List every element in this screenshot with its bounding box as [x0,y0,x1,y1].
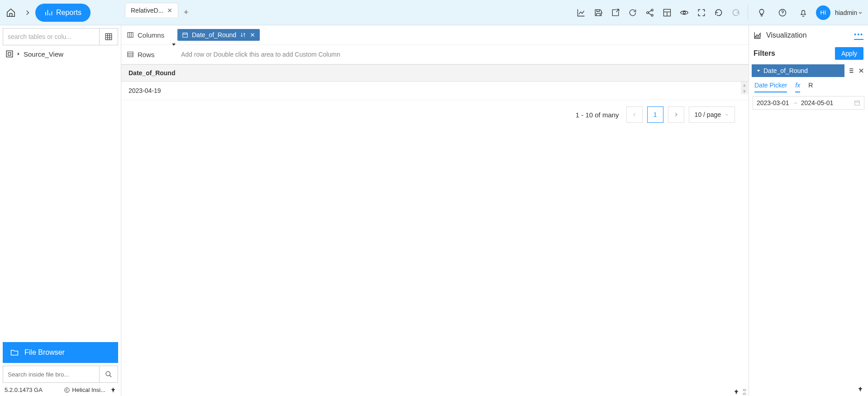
calendar-icon [182,32,188,38]
svg-point-10 [65,387,70,392]
copyright-label: Helical Insi... [72,386,105,393]
filter-tabs: Date Picker fx R [752,77,865,92]
rows-icon [127,51,134,58]
page-info: 1 - 10 of many [576,111,619,119]
save-icon[interactable] [590,5,606,21]
date-to: 2024-05-01 [801,99,834,106]
export-icon[interactable] [607,5,624,21]
prev-page-button[interactable] [626,106,643,123]
pin-icon[interactable] [857,386,863,392]
close-icon[interactable] [167,8,172,13]
tab-r[interactable]: R [808,82,813,92]
pin-icon[interactable] [733,389,739,395]
share-icon[interactable] [642,5,658,21]
file-browser-button[interactable]: File Browser [3,342,118,363]
undo-icon[interactable] [711,5,727,21]
reports-label: Reports [56,9,81,17]
svg-rect-12 [183,33,188,37]
svg-rect-7 [6,51,13,57]
date-range-input[interactable]: 2023-03-01 → 2024-05-01 [753,96,864,110]
close-icon[interactable] [858,68,864,74]
tab-date-picker[interactable]: Date Picker [754,82,787,92]
add-tab-button[interactable]: + [179,8,193,17]
more-menu[interactable]: ••• [854,31,863,40]
tab-fx[interactable]: fx [795,82,800,92]
columns-shelf: Columns Date_of_Round [121,25,749,45]
top-toolbar [573,5,748,21]
eye-icon[interactable] [676,5,692,21]
chevron-right-button[interactable] [20,4,35,22]
fullscreen-icon[interactable] [693,5,710,21]
arrow-right-icon: → [792,99,798,106]
scroll-indicator[interactable]: ▲ ▼ [741,82,748,94]
rows-shelf: Rows Add row or Double click this area t… [121,45,749,64]
svg-rect-14 [855,101,860,105]
sort-icon[interactable] [240,32,246,38]
grid-toggle-button[interactable] [99,28,118,45]
reports-pill[interactable]: Reports [35,4,91,22]
remove-pill-icon[interactable] [250,32,255,38]
page-size-label: 10 / page [695,111,721,118]
page-number-button[interactable]: 1 [647,106,663,123]
svg-rect-6 [105,34,112,40]
visualization-label: Visualization [766,31,849,39]
search-icon [105,371,112,378]
svg-rect-8 [8,53,11,55]
list-icon[interactable] [847,67,854,74]
next-page-button[interactable] [668,106,684,123]
scroll-up-icon: ▲ [741,82,748,88]
table-column-header[interactable]: Date_of_Round [121,65,749,82]
svg-rect-11 [128,33,133,38]
lightbulb-icon[interactable] [754,5,770,21]
svg-point-4 [683,11,685,14]
svg-rect-13 [128,52,133,57]
sidebar-footer: 5.2.0.1473 GA Helical Insi... [3,383,118,393]
bell-icon[interactable] [795,5,811,21]
refresh-icon[interactable] [625,5,641,21]
version-label: 5.2.0.1473 GA [5,386,43,393]
datasource-icon [5,50,14,58]
rows-drop-zone[interactable]: Add row or Double click this area to add… [175,45,749,64]
column-pill[interactable]: Date_of_Round [177,29,260,41]
pin-icon[interactable] [110,387,116,393]
rows-label: Rows [138,51,155,58]
svg-point-9 [106,372,110,376]
apply-button[interactable]: Apply [835,47,863,60]
avatar[interactable]: HI [816,5,830,20]
file-browser-search-input[interactable] [3,366,99,383]
report-tab[interactable]: RelativeD... [125,3,178,17]
visualization-header: Visualization ••• [752,27,865,43]
filter-chip[interactable]: Date_of_Round [752,64,844,77]
tree-item-label: Source_View [24,50,63,58]
right-panel: Visualization ••• Filters Apply Date_of_… [749,25,868,396]
file-browser-search-button[interactable] [99,366,118,383]
columns-drop-zone[interactable]: Date_of_Round [175,25,749,44]
columns-icon [127,31,134,39]
tab-label: RelativeD... [131,7,163,14]
pagination: 1 - 10 of many 1 10 / page [121,100,749,129]
tree-item-source-view[interactable]: Source_View [3,45,118,63]
pill-label: Date_of_Round [192,31,236,39]
table-row: 2023-04-19 ▲ ▼ [121,82,749,100]
calendar-icon [854,100,860,106]
help-icon[interactable] [774,5,791,21]
layout-icon[interactable] [659,5,675,21]
hourglass-icon[interactable] [741,389,748,395]
redo-icon[interactable] [728,5,744,21]
data-table: Date_of_Round 2023-04-19 ▲ ▼ 1 - 10 of m… [121,65,749,396]
folder-icon [10,348,19,357]
search-tables-input[interactable] [3,28,99,45]
username-dropdown[interactable]: hiadmin [835,9,863,16]
nav-group: Reports [0,0,91,25]
filter-chip-label: Date_of_Round [763,67,808,74]
copyright-icon [64,387,70,393]
columns-label: Columns [138,31,164,39]
chart-area-icon [754,31,762,39]
center-footer-icons [733,389,748,395]
home-button[interactable] [2,4,20,22]
date-from: 2023-03-01 [757,99,789,106]
shelf-area: Columns Date_of_Round [121,25,749,65]
cell-value: 2023-04-19 [129,87,161,94]
chart-line-icon[interactable] [573,5,589,21]
page-size-select[interactable]: 10 / page [689,106,735,123]
